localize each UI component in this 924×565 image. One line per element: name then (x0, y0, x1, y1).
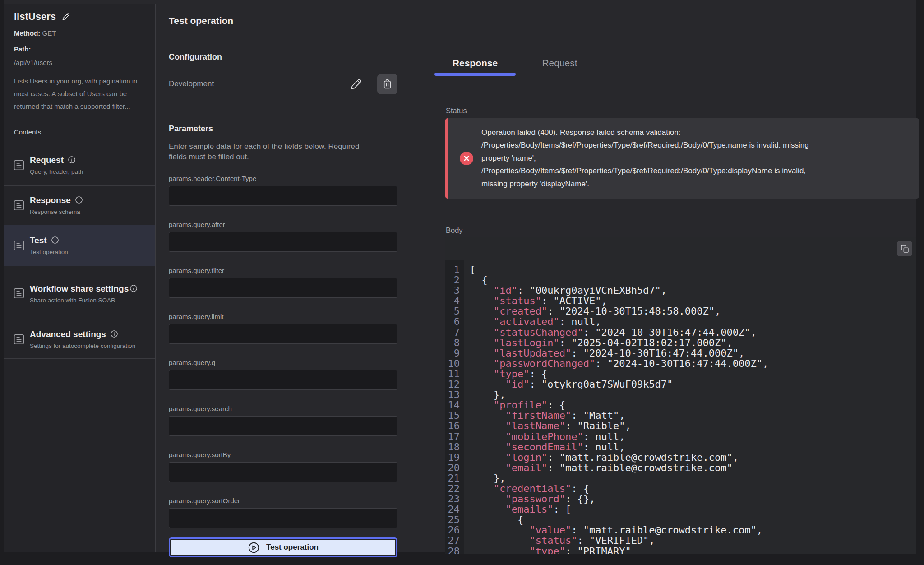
configuration-row: Development (169, 74, 397, 94)
field-label: params.query.search (169, 405, 397, 412)
parameter-field: params.query.sortOrder (169, 497, 397, 528)
code-text: "email": "matt.raible@crowdstrike.com" (464, 463, 733, 473)
code-text: "statusChanged": "2024-10-30T16:47:44.00… (464, 327, 757, 338)
sidebar-item-request[interactable]: RequestQuery, header, path (4, 144, 155, 186)
code-text: "id": "otykrg0at7SWuF09k5d7" (464, 379, 673, 389)
response-body-code-block[interactable]: 1[2 {3 "id": "00ukrg0ayiVCnEXBh5d7",4 "s… (445, 237, 916, 554)
code-line: 13 }, (445, 389, 916, 400)
tab-response[interactable]: Response (434, 58, 516, 76)
code-text: "activated": null, (464, 316, 601, 327)
code-text: "type": { (464, 369, 547, 379)
sidebar-item-workflow-share-settings[interactable]: Workflow share settingsShare action with… (4, 266, 155, 320)
line-number: 25 (445, 514, 464, 525)
info-icon (75, 196, 83, 204)
body-label: Body (446, 226, 463, 235)
code-text: "credentials": { (464, 483, 589, 494)
code-line: 9 "lastUpdated": "2024-10-30T16:47:44.00… (445, 348, 916, 358)
field-label: params.query.after (169, 221, 397, 228)
document-icon (13, 333, 25, 345)
scrollbar-gutter[interactable] (916, 0, 924, 565)
code-line: 16 "lastName": "Raible", (445, 421, 916, 431)
test-operation-button-label: Test operation (266, 543, 319, 552)
line-number: 10 (445, 358, 464, 369)
sidebar-item-text: RequestQuery, header, path (30, 155, 143, 176)
param-input-sortorder[interactable] (169, 508, 397, 528)
line-number: 17 (445, 431, 464, 442)
test-operation-panel: Test operation Configuration Development… (169, 0, 397, 557)
trash-icon (382, 79, 393, 90)
parameter-fields: params.header.Content-Typeparams.query.a… (169, 175, 397, 528)
edit-title-pencil-icon[interactable] (61, 12, 70, 21)
sidebar-item-advanced-settings[interactable]: Advanced settingsSettings for autocomple… (4, 320, 155, 359)
code-text: "passwordChanged": "2024-10-30T16:47:44.… (464, 358, 768, 369)
code-text: { (464, 275, 488, 285)
line-number: 11 (445, 369, 464, 379)
param-input-sortby[interactable] (169, 462, 397, 482)
play-circle-icon (248, 542, 260, 554)
text-line: fields must be filled out. (169, 152, 397, 162)
line-number: 19 (445, 452, 464, 463)
param-input-content-type[interactable] (169, 186, 397, 206)
document-icon (13, 287, 25, 299)
sidebar-item-label: Test (30, 236, 59, 245)
code-text: "value": "matt.raible@crowdstrike.com", (464, 525, 762, 535)
operation-description: Lists Users in your org, with pagination… (14, 75, 145, 113)
line-number: 24 (445, 504, 464, 514)
sidebar-item-list: RequestQuery, header, pathResponseRespon… (4, 144, 155, 359)
edit-configuration-button[interactable] (349, 77, 364, 92)
sidebar-item-text: TestTest operation (30, 235, 143, 256)
sidebar-item-response[interactable]: ResponseResponse schema (4, 186, 155, 225)
tab-request[interactable]: Request (525, 58, 595, 76)
sidebar-item-test[interactable]: TestTest operation (4, 225, 155, 266)
sidebar-item-sublabel: Response schema (30, 208, 143, 216)
sidebar-item-text: Advanced settingsSettings for autocomple… (30, 329, 143, 350)
code-text: "lastUpdated": "2024-10-30T16:47:44.000Z… (464, 348, 744, 358)
param-input-search[interactable] (169, 416, 397, 436)
text-line: missing property 'displayName'. (481, 178, 809, 190)
param-input-filter[interactable] (169, 278, 397, 298)
code-line: 19 "login": "matt.raible@crowdstrike.com… (445, 452, 916, 463)
text-line: Enter sample data for each of the fields… (169, 141, 397, 152)
line-number: 8 (445, 338, 464, 348)
path-value: /api/v1/users (14, 59, 145, 66)
delete-configuration-button[interactable] (377, 74, 397, 94)
code-text: "type": "PRIMARY" (464, 546, 631, 554)
code-line: 18 "secondEmail": null, (445, 442, 916, 452)
field-label: params.query.sortBy (169, 451, 397, 458)
sidebar-item-text: ResponseResponse schema (30, 195, 143, 216)
window-edge-left (0, 0, 4, 565)
info-icon (68, 156, 76, 164)
code-text: "status": "VERIFIED", (464, 535, 655, 546)
line-number: 27 (445, 535, 464, 546)
code-line: 4 "status": "ACTIVE", (445, 296, 916, 306)
sidebar-header: listUsers Method: GET Path: /api/v1/user… (4, 4, 155, 113)
path-row: Path: (14, 45, 145, 53)
param-input-q[interactable] (169, 370, 397, 390)
code-lines: 1[2 {3 "id": "00ukrg0ayiVCnEXBh5d7",4 "s… (445, 260, 916, 554)
text-line: Lists Users in your org, with pagination… (14, 75, 145, 88)
document-icon (13, 240, 25, 251)
sidebar-item-sublabel: Test operation (30, 248, 143, 256)
copy-button[interactable] (897, 241, 912, 256)
code-line: 7 "statusChanged": "2024-10-30T16:47:44.… (445, 327, 916, 338)
code-text: }, (464, 473, 505, 483)
error-x-circle-icon (459, 151, 474, 166)
sidebar-item-sublabel: Query, header, path (30, 168, 143, 176)
line-number: 21 (445, 473, 464, 483)
field-label: params.header.Content-Type (169, 175, 397, 182)
param-input-limit[interactable] (169, 324, 397, 344)
line-number: 7 (445, 327, 464, 338)
line-number: 15 (445, 410, 464, 421)
param-input-after[interactable] (169, 232, 397, 252)
code-text: }, (464, 389, 505, 400)
test-operation-button[interactable]: Test operation (169, 537, 397, 557)
line-number: 3 (445, 285, 464, 296)
pencil-icon (349, 77, 364, 92)
code-text: "secondEmail": null, (464, 442, 625, 452)
copy-icon (900, 244, 910, 254)
code-text: "emails": [ (464, 504, 571, 514)
code-line: 11 "type": { (445, 369, 916, 379)
code-text: "firstName": "Matt", (464, 410, 625, 421)
code-text: { (464, 514, 523, 525)
line-number: 13 (445, 389, 464, 400)
